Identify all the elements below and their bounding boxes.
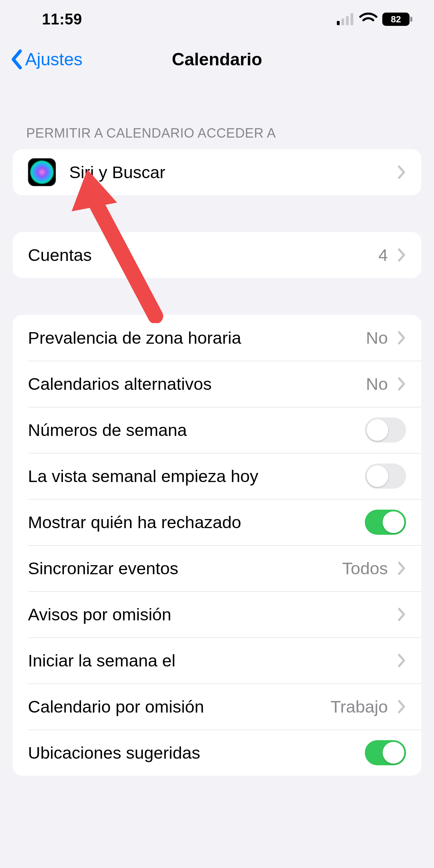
- row-timezone-override[interactable]: Prevalencia de zona horaria No: [13, 315, 421, 361]
- week-starts-on-label: Iniciar la semana el: [28, 651, 396, 670]
- row-week-view-starts-today: La vista semanal empieza hoy: [13, 453, 421, 499]
- accounts-label: Cuentas: [28, 245, 378, 265]
- group-access: Siri y Buscar: [13, 149, 421, 195]
- chevron-right-icon: [398, 248, 406, 262]
- chevron-right-icon: [398, 331, 406, 345]
- status-time: 11:59: [24, 10, 82, 28]
- siri-search-label: Siri y Buscar: [69, 162, 396, 182]
- status-bar: 11:59 82: [0, 0, 434, 38]
- status-right: 82: [337, 13, 410, 26]
- nav-header: Ajustes Calendario: [0, 38, 434, 80]
- row-show-declined: Mostrar quién ha rechazado: [13, 499, 421, 545]
- back-label: Ajustes: [25, 49, 82, 70]
- sync-events-label: Sincronizar eventos: [28, 559, 342, 578]
- row-suggested-locations: Ubicaciones sugeridas: [13, 730, 421, 776]
- alt-calendars-label: Calendarios alternativos: [28, 374, 366, 394]
- sync-events-value: Todos: [342, 559, 388, 578]
- group-accounts: Cuentas 4: [13, 232, 421, 278]
- svg-rect-2: [346, 16, 349, 25]
- wifi-icon: [359, 13, 377, 26]
- row-accounts[interactable]: Cuentas 4: [13, 232, 421, 278]
- row-alt-calendars[interactable]: Calendarios alternativos No: [13, 361, 421, 407]
- section-header-access: PERMITIR A CALENDARIO ACCEDER A: [0, 126, 434, 149]
- svg-rect-1: [341, 19, 344, 25]
- battery-icon: 82: [382, 13, 410, 26]
- row-sync-events[interactable]: Sincronizar eventos Todos: [13, 545, 421, 591]
- week-numbers-label: Números de semana: [28, 420, 365, 440]
- row-default-calendar[interactable]: Calendario por omisión Trabajo: [13, 684, 421, 730]
- group-calendar-settings: Prevalencia de zona horaria No Calendari…: [13, 315, 421, 776]
- default-calendar-label: Calendario por omisión: [28, 697, 331, 716]
- siri-icon: [28, 158, 56, 186]
- row-week-starts-on[interactable]: Iniciar la semana el: [13, 637, 421, 684]
- chevron-right-icon: [398, 561, 406, 575]
- chevron-right-icon: [398, 377, 406, 391]
- accounts-count: 4: [378, 245, 388, 265]
- suggested-locations-label: Ubicaciones sugeridas: [28, 743, 365, 763]
- show-declined-toggle[interactable]: [365, 510, 406, 535]
- back-button[interactable]: Ajustes: [10, 49, 82, 70]
- show-declined-label: Mostrar quién ha rechazado: [28, 512, 365, 532]
- chevron-left-icon: [10, 49, 23, 70]
- timezone-override-label: Prevalencia de zona horaria: [28, 328, 366, 348]
- week-numbers-toggle[interactable]: [365, 417, 406, 443]
- svg-rect-3: [350, 13, 353, 25]
- chevron-right-icon: [398, 165, 406, 179]
- chevron-right-icon: [398, 700, 406, 714]
- week-view-starts-today-label: La vista semanal empieza hoy: [28, 466, 365, 486]
- timezone-override-value: No: [366, 328, 388, 348]
- chevron-right-icon: [398, 654, 406, 668]
- row-week-numbers: Números de semana: [13, 407, 421, 453]
- row-default-alerts[interactable]: Avisos por omisión: [13, 591, 421, 637]
- default-alerts-label: Avisos por omisión: [28, 605, 396, 624]
- svg-rect-0: [337, 21, 340, 25]
- page-title: Calendario: [172, 49, 262, 70]
- chevron-right-icon: [398, 607, 406, 621]
- week-view-starts-today-toggle[interactable]: [365, 464, 406, 489]
- row-siri-search[interactable]: Siri y Buscar: [13, 149, 421, 195]
- suggested-locations-toggle[interactable]: [365, 740, 406, 765]
- default-calendar-value: Trabajo: [331, 697, 388, 716]
- cellular-icon: [337, 13, 354, 25]
- alt-calendars-value: No: [366, 374, 388, 394]
- battery-percent: 82: [391, 14, 401, 25]
